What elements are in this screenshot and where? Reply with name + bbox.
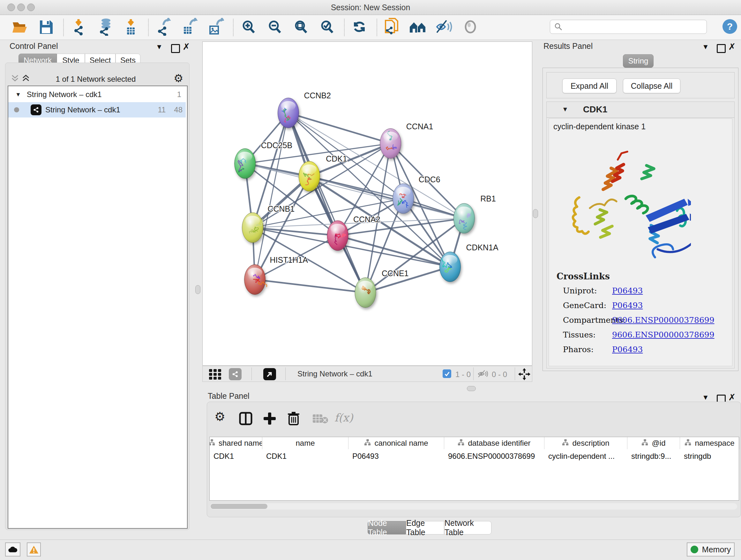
search-box[interactable]: [550, 20, 707, 34]
node-RB1[interactable]: [454, 203, 475, 233]
left-splitter-handle[interactable]: [195, 285, 200, 294]
crosslink-tissues-link[interactable]: 9606.ENSP00000378699: [612, 330, 715, 339]
node-count: 11: [158, 105, 165, 114]
search-input[interactable]: [563, 22, 706, 31]
cell-name[interactable]: CDK1: [262, 450, 348, 462]
help-button[interactable]: ?: [723, 19, 737, 34]
collection-expand-icon[interactable]: ▼: [15, 91, 21, 98]
node-CDK1[interactable]: [299, 161, 320, 191]
column-header-@id[interactable]: @id: [627, 437, 680, 449]
table-panel-title: Table Panel: [208, 391, 250, 401]
import-network-from-database-button[interactable]: [96, 18, 114, 37]
control-panel-close-icon[interactable]: ✗: [183, 44, 190, 51]
network-canvas[interactable]: CCNB2CCNA1CDC25BCDK1CDC6RB1CCNB1CCNA2CDK…: [202, 42, 532, 366]
expand-all-icon[interactable]: [21, 74, 30, 83]
column-header-description[interactable]: description: [544, 437, 627, 449]
table-panel-menu-icon[interactable]: ▼: [702, 393, 709, 401]
open-session-button[interactable]: [11, 18, 29, 37]
create-column-icon[interactable]: [263, 412, 276, 425]
string-home-button[interactable]: [409, 18, 427, 37]
table-hscrollbar-track[interactable]: [210, 503, 737, 509]
export-image-button[interactable]: [207, 18, 225, 37]
import-network-from-file-button[interactable]: [70, 18, 87, 37]
crosslink-compartments-link[interactable]: 9606.ENSP00000378699: [612, 315, 715, 325]
import-table-from-file-button[interactable]: [122, 18, 140, 37]
column-header-database-identifier[interactable]: database identifier: [444, 437, 544, 449]
fit-selected-crosshair-icon[interactable]: [518, 368, 531, 381]
column-header-namespace[interactable]: namespace: [680, 437, 739, 449]
control-panel-float-icon[interactable]: [171, 44, 180, 53]
selected-checkbox-icon[interactable]: [443, 369, 451, 378]
cell-database-identifier[interactable]: 9606.ENSP00000378699: [444, 450, 544, 462]
node-CDKN1A[interactable]: [440, 252, 461, 282]
column-header-canonical-name[interactable]: canonical name: [348, 437, 444, 449]
node-CCNA1[interactable]: [380, 128, 401, 159]
table-hscrollbar-thumb[interactable]: [211, 504, 267, 509]
cloud-button[interactable]: [5, 543, 20, 557]
gene-section-header[interactable]: ▼ CDK1: [547, 102, 734, 118]
network-options-gear-icon[interactable]: ⚙: [174, 73, 183, 84]
export-network-button[interactable]: [154, 18, 172, 37]
edge-HIST1H1A-CCNE1[interactable]: [255, 280, 365, 293]
results-panel-float-icon[interactable]: [717, 44, 726, 53]
node-CDC25B[interactable]: [234, 148, 256, 179]
grid-view-icon[interactable]: [208, 368, 223, 380]
node-CCNB2[interactable]: [278, 98, 299, 128]
node-label-CCNA1: CCNA1: [406, 122, 433, 131]
right-splitter-handle[interactable]: [533, 209, 538, 218]
network-share-icon[interactable]: [229, 368, 242, 380]
refresh-icon: [352, 19, 367, 36]
save-session-button[interactable]: [37, 18, 55, 37]
zoom-selected-button[interactable]: [318, 18, 336, 37]
memory-button[interactable]: Memory: [687, 543, 735, 557]
bottom-splitter-handle[interactable]: [467, 386, 476, 391]
birdseye-view-icon[interactable]: [263, 368, 276, 380]
column-header-shared-name[interactable]: shared name: [210, 437, 262, 449]
column-header-name[interactable]: name: [262, 437, 348, 449]
zoom-in-button[interactable]: [239, 18, 257, 37]
cell-@id[interactable]: stringdb:9...: [627, 450, 680, 462]
crosslink-pharos-link[interactable]: P06493: [612, 345, 643, 354]
node-HIST1H1A[interactable]: [245, 265, 267, 295]
results-panel-menu-icon[interactable]: ▼: [702, 43, 709, 51]
cell-description[interactable]: cyclin-dependent ...: [544, 450, 627, 462]
network-row-selected[interactable]: String Network – cdk1 11 48: [8, 102, 186, 118]
show-columns-icon[interactable]: [239, 412, 253, 425]
edge-CCNB2-HIST1H1A[interactable]: [255, 113, 288, 280]
tab-network-table[interactable]: Network Table: [444, 521, 491, 535]
zoom-out-button[interactable]: [266, 18, 283, 37]
tab-string[interactable]: String: [623, 54, 654, 68]
open-in-string-button[interactable]: [383, 18, 401, 37]
node-CDC6[interactable]: [393, 184, 414, 213]
crosslink-genecard-link[interactable]: P06493: [612, 301, 643, 310]
column-label: @id: [652, 439, 665, 448]
show-all-button[interactable]: [461, 18, 479, 37]
export-table-button[interactable]: [181, 18, 199, 37]
results-panel-close-icon[interactable]: ✗: [728, 44, 736, 51]
collapse-all-icon[interactable]: [10, 74, 20, 83]
memory-label: Memory: [702, 545, 731, 554]
warnings-button[interactable]: [27, 543, 41, 557]
expand-all-button[interactable]: Expand All: [562, 78, 616, 93]
table-panel-close-icon[interactable]: ✗: [728, 394, 736, 401]
network-collection-row[interactable]: ▼ String Network – cdk1 1: [8, 87, 186, 102]
delete-column-trash-icon[interactable]: [287, 411, 300, 426]
hide-selected-button[interactable]: [435, 18, 453, 37]
tab-edge-table[interactable]: Edge Table: [406, 521, 444, 535]
node-table[interactable]: shared nameCDK1nameCDK1canonical nameP06…: [209, 437, 739, 501]
cell-canonical-name[interactable]: P06493: [348, 450, 444, 462]
cell-namespace[interactable]: stringdb: [680, 450, 739, 462]
control-panel-menu-icon[interactable]: ▼: [156, 43, 163, 51]
collapse-all-button[interactable]: Collapse All: [623, 78, 680, 93]
zoom-fit-button[interactable]: [292, 18, 310, 37]
crosslink-uniprot-link[interactable]: P06493: [612, 286, 643, 295]
edge-CCNB2-CCNE1[interactable]: [288, 113, 365, 293]
cell-shared-name[interactable]: CDK1: [210, 450, 262, 462]
node-CCNE1[interactable]: [355, 278, 376, 308]
node-CCNA2[interactable]: [327, 221, 348, 251]
refresh-layout-button[interactable]: [350, 18, 368, 37]
node-CCNB1[interactable]: [242, 212, 263, 243]
table-options-gear-icon[interactable]: ⚙: [214, 411, 225, 422]
tab-node-table[interactable]: Node Table: [367, 521, 406, 535]
section-collapse-icon[interactable]: ▼: [562, 106, 568, 113]
